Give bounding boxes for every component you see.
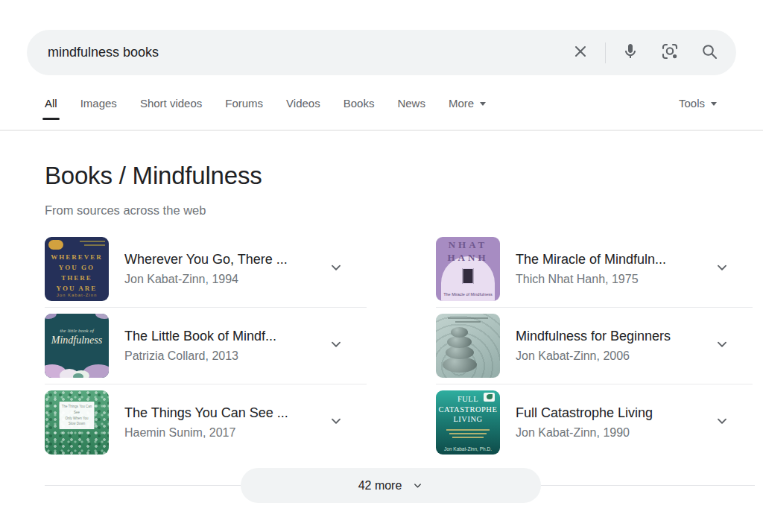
expand-book-button[interactable] [328, 413, 344, 432]
cover-title-text: NHAT HANH [436, 239, 500, 265]
chevron-down-icon [328, 413, 344, 429]
search-bar-icons [572, 42, 736, 63]
cover-author-text: Jon Kabat-Zinn [45, 293, 109, 297]
cover-stone [443, 357, 477, 373]
book-cover-wherever-you-go: WHEREVER YOU GO THERE YOU ARE Jon Kabat-… [45, 237, 109, 301]
camera-lens-icon [661, 42, 679, 63]
book-cover-miracle-of-mindfulness: NHAT HANH The Miracle of Mindfulness [436, 237, 500, 301]
cover-decoration [84, 244, 105, 246]
cover-flower [45, 314, 57, 319]
tab-books[interactable]: Books [343, 97, 375, 120]
book-title: Wherever You Go, There ... [124, 252, 288, 267]
book-card-things-you-can-see[interactable]: The Things You Can See Only When You Slo… [45, 384, 367, 460]
cover-title-text: Mindfulness [45, 335, 109, 346]
page-subtitle: From sources across the web [45, 203, 206, 218]
book-cover-full-catastrophe-living: FULL CATASTROPHE LIVING Jon Kabat-Zinn, … [436, 390, 500, 455]
book-title: Mindfulness for Beginners [516, 329, 671, 344]
result-tabs: All Images Short videos Forums Videos Bo… [45, 97, 486, 120]
cover-photo [463, 268, 474, 284]
book-author-year: Jon Kabat-Zinn, 2006 [516, 349, 671, 363]
book-card-mindfulness-for-beginners[interactable]: Mindfulness for Beginners Jon Kabat-Zinn… [436, 308, 753, 384]
chevron-down-icon [711, 102, 717, 106]
expand-book-button[interactable] [714, 336, 730, 355]
tab-videos[interactable]: Videos [286, 97, 320, 120]
book-author-year: Jon Kabat-Zinn, 1994 [124, 273, 288, 286]
cover-badge [48, 240, 63, 250]
search-submit-button[interactable] [700, 44, 718, 62]
cover-decoration [455, 321, 481, 323]
book-info: The Things You Can See ... Haemin Sunim,… [124, 405, 288, 440]
book-title: The Little Book of Mindf... [124, 329, 276, 344]
tools-label: Tools [679, 97, 705, 110]
chevron-down-icon [412, 480, 423, 491]
cover-pretitle-text: the little book of [45, 328, 109, 334]
book-info: Mindfulness for Beginners Jon Kabat-Zinn… [516, 329, 671, 363]
voice-search-button[interactable] [621, 44, 639, 62]
book-card-wherever-you-go[interactable]: WHEREVER YOU GO THERE YOU ARE Jon Kabat-… [45, 231, 367, 308]
book-cover-little-book-of-mindfulness: the little book of Mindfulness [45, 314, 109, 378]
cover-stone [447, 336, 472, 348]
cover-decoration [80, 241, 105, 242]
cover-subtitle-text: The Miracle of Mindfulness [436, 292, 500, 297]
cover-author-text: Jon Kabat-Zinn, Ph.D. [436, 446, 500, 452]
book-cover-mindfulness-for-beginners [436, 314, 500, 378]
cover-stone [451, 327, 468, 338]
book-title: The Miracle of Mindfuln... [516, 252, 666, 267]
show-more-label: 42 more [358, 479, 402, 493]
expand-book-button[interactable] [328, 336, 344, 355]
book-title: The Things You Can See ... [124, 405, 288, 421]
chevron-down-icon [714, 413, 730, 429]
book-cover-things-you-can-see: The Things You Can See Only When You Slo… [45, 390, 109, 455]
cover-decoration [449, 433, 487, 434]
search-input[interactable] [27, 45, 572, 60]
tab-images[interactable]: Images [80, 97, 117, 120]
book-info: Full Catastrophe Living Jon Kabat-Zinn, … [516, 405, 653, 440]
tools-button[interactable]: Tools [679, 97, 717, 110]
cover-text-panel: The Things You Can See Only When You Slo… [60, 402, 95, 429]
search-bar[interactable] [27, 30, 736, 75]
cover-decoration [452, 437, 484, 438]
tab-more[interactable]: More [449, 97, 486, 120]
header-divider [0, 130, 763, 131]
book-author-year: Patrizia Collard, 2013 [124, 349, 276, 363]
cover-flower [95, 314, 109, 319]
tab-more-label: More [449, 97, 474, 110]
chevron-down-icon [714, 336, 730, 352]
book-info: The Miracle of Mindfuln... Thich Nhat Ha… [516, 252, 666, 286]
lens-search-button[interactable] [661, 44, 679, 62]
book-title: Full Catastrophe Living [516, 405, 653, 421]
books-grid: WHEREVER YOU GO THERE YOU ARE Jon Kabat-… [45, 231, 753, 460]
tab-short-videos[interactable]: Short videos [140, 97, 202, 120]
book-author-year: Jon Kabat-Zinn, 1990 [516, 426, 653, 440]
cover-leaf-logo [484, 393, 495, 402]
tab-all[interactable]: All [45, 97, 57, 120]
microphone-icon [621, 42, 639, 63]
cover-title-text: WHEREVER YOU GO THERE YOU ARE [45, 253, 109, 294]
chevron-down-icon [714, 259, 730, 276]
book-info: Wherever You Go, There ... Jon Kabat-Zin… [124, 252, 288, 286]
chevron-down-icon [328, 259, 344, 276]
book-card-full-catastrophe-living[interactable]: FULL CATASTROPHE LIVING Jon Kabat-Zinn, … [436, 384, 753, 460]
clear-search-button[interactable] [572, 44, 589, 62]
cover-decoration [446, 429, 490, 431]
book-author-year: Haemin Sunim, 2017 [124, 426, 288, 440]
cover-flower [73, 373, 83, 378]
search-icon [700, 42, 718, 63]
search-bar-divider [605, 42, 606, 63]
cover-title-text: The Things You Can See Only When You Slo… [60, 404, 95, 427]
chevron-down-icon [480, 102, 486, 106]
show-more-button[interactable]: 42 more [241, 468, 541, 503]
book-card-miracle-of-mindfulness[interactable]: NHAT HANH The Miracle of Mindfulness The… [436, 231, 753, 308]
chevron-down-icon [328, 336, 344, 352]
book-author-year: Thich Nhat Hanh, 1975 [516, 273, 666, 286]
tab-news[interactable]: News [397, 97, 425, 120]
tab-forums[interactable]: Forums [225, 97, 263, 120]
book-info: The Little Book of Mindf... Patrizia Col… [124, 329, 276, 363]
expand-book-button[interactable] [714, 259, 730, 279]
book-card-little-book-of-mindfulness[interactable]: the little book of Mindfulness The Littl… [45, 308, 367, 384]
expand-book-button[interactable] [328, 259, 344, 279]
cover-decoration [448, 317, 488, 319]
expand-book-button[interactable] [714, 413, 730, 432]
page-title: Books / Mindfulness [45, 162, 262, 190]
close-icon [572, 42, 589, 63]
